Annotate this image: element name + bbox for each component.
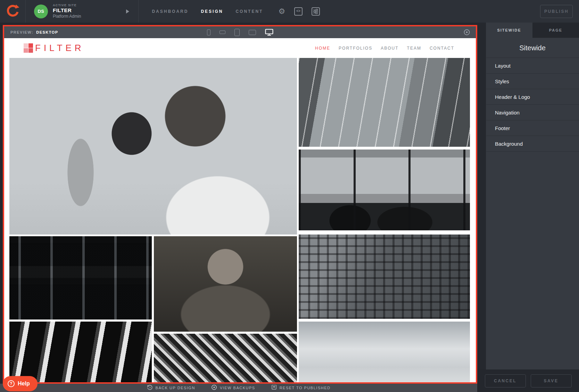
phone-landscape-icon[interactable] xyxy=(220,31,225,34)
site-logo-text: FILTER xyxy=(35,43,84,53)
sliders-icon[interactable] xyxy=(312,7,320,16)
nav-content[interactable]: CONTENT xyxy=(235,9,263,14)
site-nav: HOME PORTFOLIOS ABOUT TEAM CONTACT xyxy=(315,46,454,51)
platform-logo[interactable] xyxy=(0,0,26,23)
site-nav-contact[interactable]: CONTACT xyxy=(430,46,454,51)
sidebar-menu: Layout Styles Header & Logo Navigation F… xyxy=(486,58,579,152)
site-nav-portfolios[interactable]: PORTFOLIOS xyxy=(339,46,372,51)
help-label: Help xyxy=(18,381,30,387)
sidebar-item-footer[interactable]: Footer xyxy=(486,120,579,136)
play-expand-icon[interactable] xyxy=(126,9,129,14)
sidebar-item-layout[interactable]: Layout xyxy=(486,58,579,74)
site-role: Platform Admin xyxy=(53,14,81,19)
photo-abstract-stripes[interactable] xyxy=(9,322,152,382)
cancel-button[interactable]: CANCEL xyxy=(485,374,526,387)
tab-page[interactable]: PAGE xyxy=(532,23,579,38)
photo-boy-microphone[interactable] xyxy=(9,58,297,235)
svg-text:?: ? xyxy=(149,386,151,389)
photo-subway-platform[interactable] xyxy=(9,236,152,319)
save-button[interactable]: SAVE xyxy=(531,374,572,387)
device-switcher xyxy=(207,29,273,36)
desktop-monitor-icon[interactable] xyxy=(265,29,273,36)
avatar: DS xyxy=(34,5,48,18)
sidebar-panel: SITEWIDE PAGE Sitewide Layout Styles Hea… xyxy=(486,23,579,369)
sidebar-title: Sitewide xyxy=(486,38,579,58)
sidebar-footer: CANCEL SAVE xyxy=(477,369,579,392)
photo-young-man-portrait[interactable] xyxy=(154,236,297,332)
help-button[interactable]: ? Help xyxy=(3,376,38,391)
sidebar-item-header-logo[interactable]: Header & Logo xyxy=(486,89,579,105)
photo-building-facade[interactable] xyxy=(299,235,470,319)
sidebar-item-styles[interactable]: Styles xyxy=(486,74,579,89)
phone-portrait-icon[interactable] xyxy=(207,29,210,35)
site-canvas[interactable]: FILTER HOME PORTFOLIOS ABOUT TEAM CONTAC… xyxy=(4,38,476,382)
gear-icon[interactable]: ⚙ xyxy=(278,8,285,15)
tablet-portrait-icon[interactable] xyxy=(234,29,240,36)
question-mark-icon: ? xyxy=(8,380,15,387)
publish-button[interactable]: PUBLISH xyxy=(540,5,573,18)
active-site-block[interactable]: DS ACTIVE SITE FILTER Platform Admin xyxy=(26,3,84,19)
site-nav-team[interactable]: TEAM xyxy=(407,46,421,51)
logo-squares-icon xyxy=(24,43,33,53)
nav-design[interactable]: DESIGN xyxy=(201,9,223,14)
photo-grid xyxy=(4,58,476,382)
import-box-arrow-icon xyxy=(271,384,277,391)
preview-eye-icon[interactable] xyxy=(463,29,470,37)
backup-design-action[interactable]: ? BACK UP DESIGN xyxy=(147,384,195,392)
top-icon-group: ⚙ <> xyxy=(278,7,320,16)
photo-sky-clouds[interactable] xyxy=(299,322,470,382)
top-app-bar: DS ACTIVE SITE FILTER Platform Admin DAS… xyxy=(0,0,579,23)
top-nav: DASHBOARD DESIGN CONTENT xyxy=(139,9,276,14)
circular-arrows-logo-icon xyxy=(6,3,20,19)
active-site-label: ACTIVE SITE xyxy=(53,3,81,7)
restore-arrow-question-icon: ? xyxy=(147,384,153,392)
photo-city-traffic[interactable] xyxy=(299,58,470,147)
site-nav-home[interactable]: HOME xyxy=(315,46,330,51)
photo-metal-weave[interactable] xyxy=(154,334,297,382)
site-nav-about[interactable]: ABOUT xyxy=(381,46,398,51)
sidebar-item-background[interactable]: Background xyxy=(486,136,579,152)
site-header[interactable]: FILTER HOME PORTFOLIOS ABOUT TEAM CONTAC… xyxy=(4,38,476,58)
sidebar-tabs: SITEWIDE PAGE xyxy=(486,23,579,38)
tab-sitewide[interactable]: SITEWIDE xyxy=(486,23,532,38)
eye-icon xyxy=(211,384,217,392)
bottom-action-bar: ? BACK UP DESIGN VIEW BACKUPS RESET TO P… xyxy=(0,384,477,392)
sidebar-item-navigation[interactable]: Navigation xyxy=(486,105,579,120)
settings-sidebar: SITEWIDE PAGE Sitewide Layout Styles Hea… xyxy=(477,23,579,392)
site-logo[interactable]: FILTER xyxy=(24,43,84,53)
preview-mode-value: DESKTOP xyxy=(36,30,58,34)
code-icon[interactable]: <> xyxy=(294,7,303,16)
view-backups-action[interactable]: VIEW BACKUPS xyxy=(211,384,255,392)
tablet-landscape-icon[interactable] xyxy=(249,30,256,35)
preview-toolbar: PREVIEW: DESKTOP xyxy=(4,26,476,38)
site-name: FILTER xyxy=(53,7,81,14)
photo-cafe-window-skyline[interactable] xyxy=(299,150,470,230)
preview-label: PREVIEW: xyxy=(10,30,33,34)
nav-dashboard[interactable]: DASHBOARD xyxy=(152,9,188,14)
reset-to-published-action[interactable]: RESET TO PUBLISHED xyxy=(271,384,331,391)
design-preview-frame: PREVIEW: DESKTOP xyxy=(3,25,477,384)
